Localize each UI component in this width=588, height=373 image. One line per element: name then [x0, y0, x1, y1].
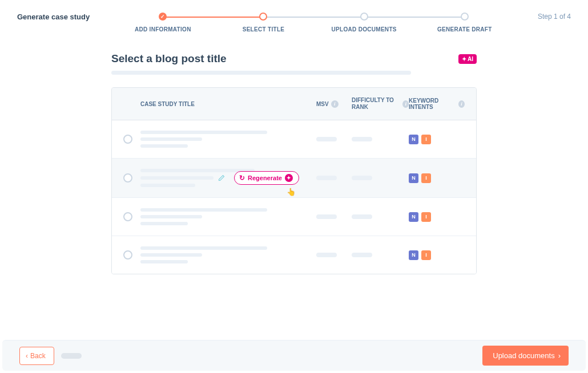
header: Generate case study ADD INFORMATION SELE… — [0, 0, 588, 33]
radio[interactable] — [123, 173, 132, 183]
step-select-title: SELECT TITLE — [213, 13, 313, 33]
page-name: Generate case study — [17, 13, 90, 21]
intent-badge-n: N — [409, 212, 418, 222]
back-button[interactable]: ‹ Back — [19, 347, 54, 365]
table-row[interactable]: ↻ Regenerate ✦ N I — [112, 159, 476, 198]
table-row[interactable]: N I — [112, 198, 476, 236]
step-line — [163, 17, 263, 18]
upload-documents-button[interactable]: Upload documents › — [482, 346, 569, 366]
info-icon[interactable]: i — [331, 100, 339, 108]
radio[interactable] — [123, 250, 132, 260]
sparkle-icon: ✦ — [285, 174, 293, 182]
radio[interactable] — [123, 212, 132, 221]
radio[interactable] — [123, 135, 132, 144]
intent-badge-i: I — [421, 173, 431, 183]
step-line — [263, 17, 364, 18]
intent-badge-n: N — [409, 250, 418, 260]
info-icon[interactable]: i — [458, 100, 465, 108]
intent-badge-i: I — [421, 135, 431, 144]
intent-badge-i: I — [421, 212, 431, 222]
step-circle — [360, 13, 368, 21]
intent-badge-i: I — [421, 250, 431, 260]
footer-placeholder — [61, 353, 82, 359]
step-add-information: ADD INFORMATION — [112, 13, 213, 33]
regenerate-button[interactable]: ↻ Regenerate ✦ — [234, 171, 299, 185]
step-generate-draft: GENERATE DRAFT — [414, 13, 515, 33]
chevron-left-icon: ‹ — [26, 352, 28, 360]
footer: ‹ Back Upload documents › — [2, 340, 586, 371]
column-title: CASE STUDY TITLE — [140, 101, 316, 107]
step-circle-done — [159, 13, 167, 21]
table-header: CASE STUDY TITLE MSV i DIFFICULTY TO RAN… — [112, 88, 476, 120]
stepper: ADD INFORMATION SELECT TITLE UPLOAD DOCU… — [112, 13, 515, 33]
step-circle-current — [259, 13, 267, 21]
step-upload-documents: UPLOAD DOCUMENTS — [314, 13, 414, 33]
intent-badge-n: N — [409, 173, 418, 183]
ai-badge: ✦ AI — [458, 54, 477, 64]
step-line — [364, 17, 465, 18]
table-row[interactable]: N I — [112, 120, 476, 159]
edit-icon[interactable] — [216, 172, 227, 184]
title-table: CASE STUDY TITLE MSV i DIFFICULTY TO RAN… — [111, 87, 477, 274]
table-row[interactable]: N I — [112, 236, 476, 274]
column-intents: KEYWORD INTENTS i — [409, 98, 465, 110]
chevron-right-icon: › — [558, 351, 561, 360]
refresh-icon: ↻ — [239, 174, 245, 182]
page-title: Select a blog post title — [111, 52, 227, 65]
intent-badge-n: N — [409, 135, 418, 144]
step-circle — [461, 13, 469, 21]
info-icon[interactable]: i — [402, 100, 409, 108]
subtitle-placeholder — [111, 71, 411, 75]
column-difficulty: DIFFICULTY TO RANK i — [352, 97, 409, 111]
step-indicator: Step 1 of 4 — [538, 13, 571, 21]
column-msv: MSV i — [316, 100, 352, 108]
